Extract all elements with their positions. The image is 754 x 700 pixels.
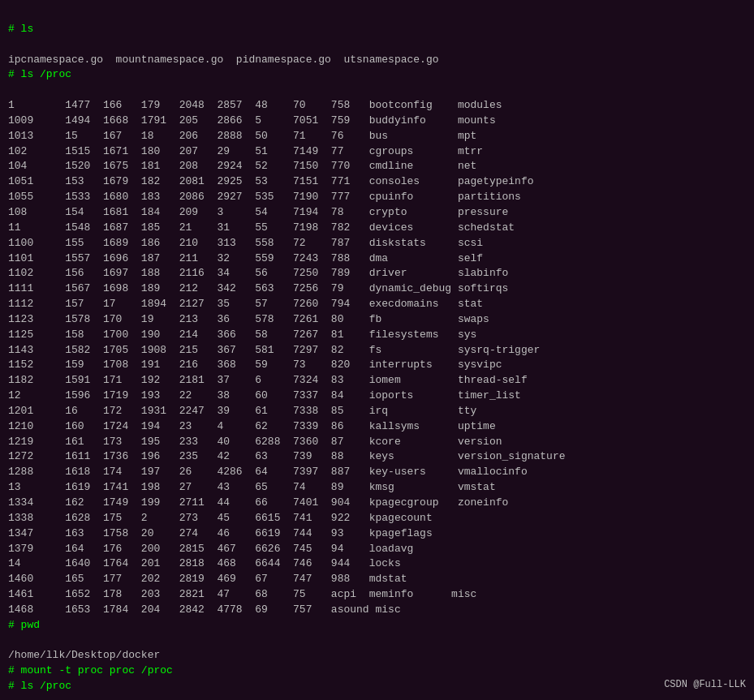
prompt-ls: # ls bbox=[8, 23, 33, 35]
ls-proc-output: 1 1477 166 179 2048 2857 48 70 758 bootc… bbox=[8, 99, 566, 616]
prompt-ls-proc2: # ls /proc bbox=[8, 680, 71, 692]
terminal-output: # ls ipcnamespace.go mountnamespace.go p… bbox=[8, 6, 746, 700]
ls-output: ipcnamespace.go mountnamespace.go pidnam… bbox=[8, 54, 439, 66]
watermark: CSDN @Full-LLK bbox=[664, 678, 746, 692]
pwd-output: /home/llk/Desktop/docker bbox=[8, 649, 160, 661]
prompt-ls-proc: # ls /proc bbox=[8, 68, 71, 80]
prompt-pwd: # pwd bbox=[8, 619, 40, 631]
prompt-mount: # mount -t proc proc /proc bbox=[8, 664, 173, 676]
